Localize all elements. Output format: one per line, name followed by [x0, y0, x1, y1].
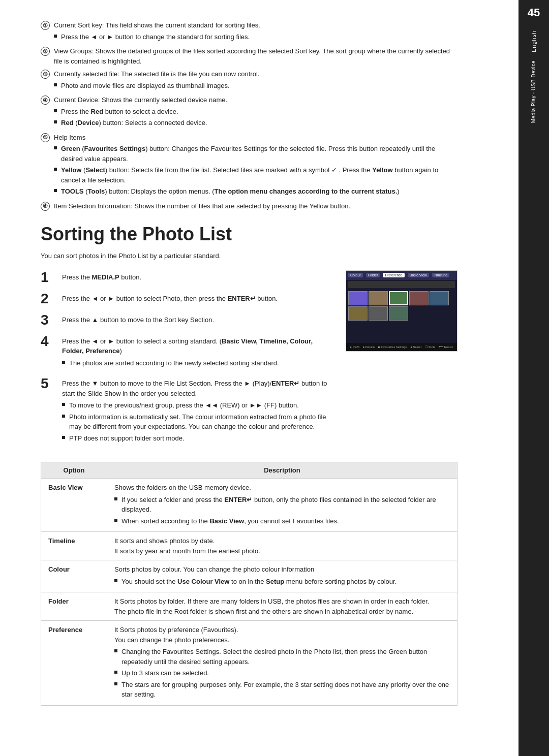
table-option-cell: Folder: [41, 592, 107, 621]
sub-bullet-text: Red (Device) button: Selects a connected…: [61, 118, 207, 128]
table-option-cell: Preference: [41, 621, 107, 706]
sub-bullet-item: TOOLS (Tools) button: Displays the optio…: [54, 186, 458, 197]
bullet-square-icon: [54, 189, 57, 192]
scr-tab-timeline: Timeline: [432, 273, 449, 277]
table-sub-bullet: The stars are for grouping purposes only…: [114, 680, 450, 700]
item-number: ③: [41, 70, 50, 79]
item-content: Help ItemsGreen (Favourites Settings) bu…: [54, 133, 458, 198]
table-option-cell: Timeline: [41, 532, 107, 560]
bullet-square-icon: [114, 519, 117, 522]
bullet-square-icon: [114, 682, 117, 685]
sub-bullet-item: Photo and movie files are displayed as t…: [54, 81, 458, 91]
scr-thumb-2: [369, 291, 388, 305]
table-description-cell: It Sorts photos by folder. If there are …: [107, 592, 458, 621]
screenshot-bottom: ● REM ● Device ■ Favourites Settings ● S…: [346, 343, 457, 351]
section-title: Sorting the Photo List: [41, 223, 458, 245]
table-sub-bullet: Up to 3 stars can be selected.: [114, 668, 450, 678]
bullet-square-icon: [54, 109, 57, 112]
bullet-square-icon: [62, 415, 65, 418]
bullet-square-icon: [114, 649, 117, 652]
step-number: 3: [41, 313, 56, 327]
sub-bullet-text: Green (Favourites Settings) button: Chan…: [61, 144, 458, 164]
item-number: ⑤: [41, 133, 50, 142]
numbered-item: ⑤Help ItemsGreen (Favourites Settings) b…: [41, 133, 458, 198]
step-sub-text: To move to the previous/next group, pres…: [69, 400, 299, 411]
sub-bullet-text: Yellow (Select) button: Selects file fro…: [61, 165, 458, 185]
table-sub-bullet: When sorted according to the Basic View,…: [114, 516, 450, 526]
scr-tab-basicview: Basic View: [408, 273, 429, 277]
step-item: 5Press the ▼ button to move to the File …: [41, 376, 336, 445]
sub-bullet-text: Press the ◄ or ► button to change the st…: [61, 32, 250, 42]
table-sub-text: The stars are for grouping purposes only…: [121, 680, 450, 700]
bullet-square-icon: [54, 83, 57, 86]
step-sub-text: The photos are sorted according to the n…: [69, 358, 279, 368]
step-content: Press the ◄ or ► button to select a sort…: [62, 334, 336, 370]
scr-tab-folder: Folder: [366, 273, 380, 277]
step-number: 4: [41, 334, 56, 349]
scr-tab-colour: Colour: [348, 273, 363, 277]
item-content: Currently selected file: The selected fi…: [54, 69, 458, 92]
scr-thumb-3: [389, 291, 408, 305]
table-row: FolderIt Sorts photos by folder. If ther…: [41, 592, 458, 621]
step-number: 5: [41, 376, 56, 391]
step-sub-bullet: The photos are sorted according to the n…: [62, 358, 336, 368]
main-content: ①Current Sort key: This field shows the …: [0, 0, 518, 756]
scr-btn-4: ● Select: [410, 345, 421, 349]
bullet-square-icon: [114, 671, 117, 674]
table-sub-text: Changing the Favourites Settings. Select…: [121, 647, 450, 667]
table-description-cell: Shows the folders on the USB memory devi…: [107, 479, 458, 532]
screenshot-content: [346, 289, 457, 343]
scr-thumb-1: [348, 291, 368, 305]
step-sub-text: Photo information is automatically set. …: [69, 412, 336, 432]
scr-btn-3: ■ Favourites Settings: [378, 345, 407, 349]
table-row: PreferenceIt Sorts photos by preference …: [41, 621, 458, 706]
item-content: Current Device: Shows the currently sele…: [54, 95, 458, 130]
numbered-item: ②View Groups: Shows the detailed groups …: [41, 46, 458, 66]
table-row: TimelineIt sorts and shows photos by dat…: [41, 532, 458, 560]
item-number: ④: [41, 96, 50, 105]
sub-bullet-item: Yellow (Select) button: Selects file fro…: [54, 165, 458, 185]
scr-thumb-4: [409, 291, 429, 305]
numbered-list: ①Current Sort key: This field shows the …: [41, 20, 458, 211]
item-content: Item Selection Information: Shows the nu…: [54, 201, 458, 211]
scr-btn-2: ● Device: [363, 345, 375, 349]
scr-btn-6: ⟵ Return: [439, 345, 453, 349]
bullet-square-icon: [54, 146, 57, 149]
screenshot-top-bar: Colour Folder Preference Basic View Time…: [346, 271, 457, 280]
table-sub-bullet: Changing the Favourites Settings. Select…: [114, 647, 450, 667]
table-header-description: Description: [107, 462, 458, 479]
table-row: ColourSorts photos by colour. You can ch…: [41, 560, 458, 592]
steps-area: 1Press the MEDIA.P button.2Press the ◄ o…: [41, 270, 458, 452]
table-sub-bullet: If you select a folder and press the ENT…: [114, 495, 450, 515]
bullet-square-icon: [114, 497, 117, 500]
table-sub-text: You should set the Use Colour View to on…: [121, 577, 396, 587]
item-number: ①: [41, 21, 50, 30]
item-content: View Groups: Shows the detailed groups o…: [54, 46, 458, 66]
sub-bullet-item: Green (Favourites Settings) button: Chan…: [54, 144, 458, 164]
sub-bullet-text: Photo and movie files are displayed as t…: [61, 81, 230, 91]
step-content: Press the ◄ or ► button to select Photo,…: [62, 292, 336, 304]
sub-bullet-item: Red (Device) button: Selects a connected…: [54, 118, 458, 128]
sub-bullet-item: Press the Red button to select a device.: [54, 107, 458, 117]
item-number: ⑥: [41, 202, 50, 211]
bullet-square-icon: [62, 361, 65, 364]
step-content: Press the ▲ button to move to the Sort k…: [62, 313, 336, 325]
step-sub-text: PTP does not support folder sort mode.: [69, 433, 185, 444]
step-number: 1: [41, 270, 56, 285]
step-item: 2Press the ◄ or ► button to select Photo…: [41, 292, 336, 306]
step-sub-bullet: Photo information is automatically set. …: [62, 412, 336, 432]
steps-list: 1Press the MEDIA.P button.2Press the ◄ o…: [41, 270, 336, 452]
page-number: 45: [518, 0, 549, 25]
numbered-item: ③Currently selected file: The selected f…: [41, 69, 458, 92]
item-number: ②: [41, 47, 50, 56]
sidebar: 45 English Media Play · USB Device: [518, 0, 549, 756]
table-description-cell: It Sorts photos by preference (Favourite…: [107, 621, 458, 706]
scr-btn-1: ● REM: [350, 345, 359, 349]
scr-tab-preference: Preference: [383, 273, 404, 277]
bullet-square-icon: [54, 168, 57, 171]
scr-btn-5: ☐ Tools: [425, 345, 436, 349]
step-item: 4Press the ◄ or ► button to select a sor…: [41, 334, 336, 370]
item-content: Current Sort key: This field shows the c…: [54, 20, 458, 43]
table-description-cell: Sorts photos by colour. You can change t…: [107, 560, 458, 592]
step-sub-bullet: To move to the previous/next group, pres…: [62, 400, 336, 411]
